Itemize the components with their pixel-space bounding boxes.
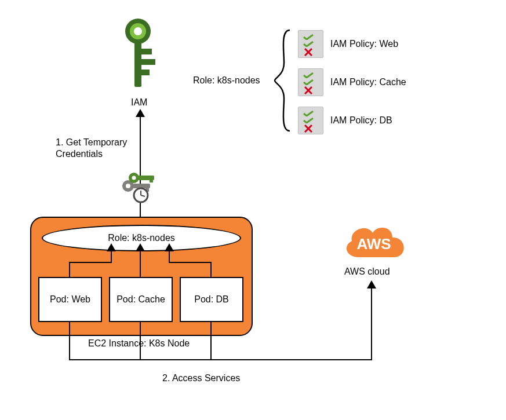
step-1-label: 1. Get Temporary Credentials — [56, 137, 127, 160]
pod-db-box: Pod: DB — [180, 277, 243, 322]
arrow-pod-db-to-role-v2 — [169, 250, 170, 263]
policy-db-row: IAM Policy: DB — [298, 107, 392, 134]
role-oval-label: Role: k8s-nodes — [108, 233, 175, 243]
policy-db-label: IAM Policy: DB — [330, 115, 392, 126]
pod-web-box: Pod: Web — [38, 277, 102, 322]
access-web-drop — [69, 321, 70, 360]
svg-point-14 — [132, 176, 136, 180]
access-bus-line — [69, 359, 372, 360]
aws-cloud-caption: AWS cloud — [344, 266, 390, 277]
arrow-role-to-iam-line — [140, 116, 141, 225]
pod-db-label: Pod: DB — [194, 294, 229, 305]
ec2-instance-label: EC2 Instance: K8s Node — [88, 338, 190, 349]
policy-document-icon — [298, 107, 323, 134]
pod-cache-box: Pod: Cache — [109, 277, 173, 322]
svg-rect-4 — [140, 70, 150, 75]
policy-document-icon — [298, 68, 323, 96]
arrow-pod-web-to-role-v — [69, 262, 70, 277]
arrow-pod-cache-to-role-v — [140, 250, 141, 277]
policy-cache-label: IAM Policy: Cache — [330, 77, 406, 87]
svg-point-6 — [134, 27, 142, 35]
curly-brace-icon — [274, 28, 292, 133]
arrow-pod-cache-to-role-head — [136, 243, 145, 251]
pod-web-label: Pod: Web — [50, 294, 90, 305]
step-2-label: 2. Access Services — [162, 373, 240, 384]
arrow-pod-web-to-role-h — [69, 262, 112, 263]
svg-point-10 — [126, 184, 130, 188]
arrow-pod-db-to-role-h — [169, 262, 212, 263]
svg-rect-2 — [140, 49, 152, 54]
aws-logo-text: AWS — [356, 235, 391, 253]
pod-cache-label: Pod: Cache — [117, 294, 165, 305]
policy-web-row: IAM Policy: Web — [298, 30, 398, 58]
access-cache-drop — [140, 321, 141, 360]
temporary-credentials-icon — [119, 171, 159, 203]
policy-cache-row: IAM Policy: Cache — [298, 68, 406, 96]
policy-document-icon — [298, 30, 323, 58]
arrow-pod-db-to-role-v — [210, 262, 212, 277]
access-to-cloud-head — [367, 280, 376, 288]
role-top-label: Role: k8s-nodes — [193, 75, 260, 86]
access-db-drop — [210, 321, 212, 360]
arrow-pod-db-to-role-head — [165, 243, 174, 251]
aws-cloud-icon: AWS — [339, 220, 409, 264]
arrow-pod-web-to-role-v2 — [111, 250, 112, 263]
access-to-cloud-v — [371, 287, 372, 360]
svg-rect-3 — [140, 59, 155, 65]
iam-key-icon — [122, 19, 159, 94]
arrow-pod-web-to-role-head — [107, 243, 116, 251]
policy-web-label: IAM Policy: Web — [330, 39, 398, 49]
iam-label: IAM — [131, 97, 147, 108]
svg-rect-13 — [150, 176, 153, 182]
